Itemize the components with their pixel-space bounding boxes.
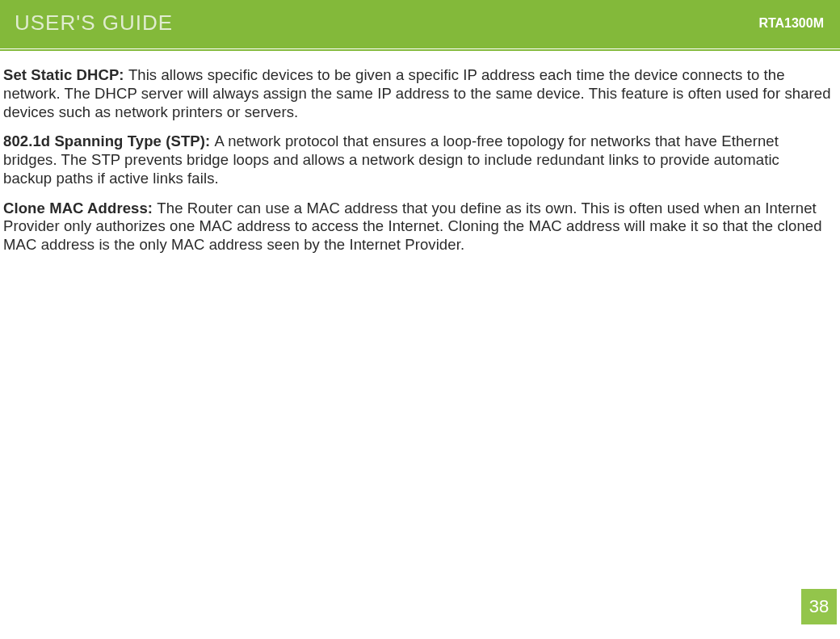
header-model: RTA1300M — [758, 16, 824, 31]
document-header: USER'S GUIDE RTA1300M — [0, 0, 840, 48]
header-title: USER'S GUIDE — [15, 11, 173, 36]
term-static-dhcp: Set Static DHCP: — [3, 66, 128, 83]
paragraph-spanning-type: 802.1d Spanning Type (STP): A network pr… — [3, 132, 832, 187]
page-number: 38 — [809, 596, 829, 617]
paragraph-clone-mac: Clone MAC Address: The Router can use a … — [3, 200, 832, 254]
document-content: Set Static DHCP: This allows specific de… — [0, 48, 840, 274]
term-spanning-type: 802.1d Spanning Type (STP): — [3, 132, 215, 149]
page-number-box: 38 — [801, 589, 837, 624]
paragraph-static-dhcp: Set Static DHCP: This allows specific de… — [3, 66, 832, 121]
term-clone-mac: Clone MAC Address: — [3, 200, 157, 217]
